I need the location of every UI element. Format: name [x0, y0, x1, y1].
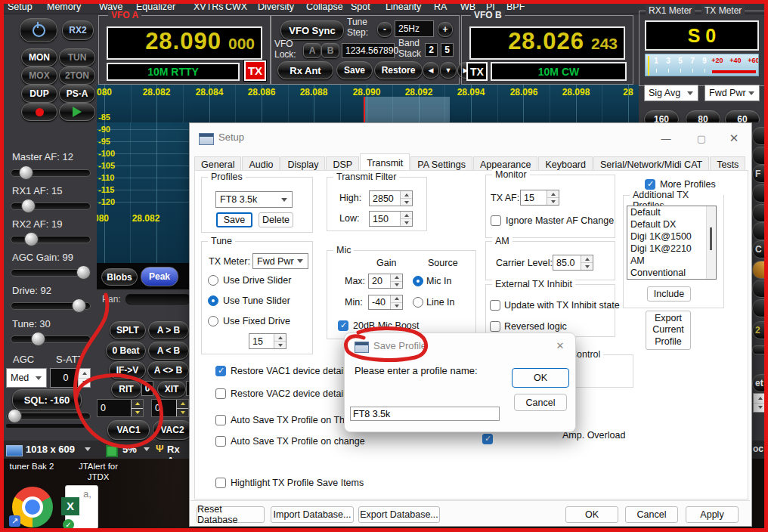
restore-vac1-device-details-fro-checkbox[interactable] — [215, 366, 226, 376]
zero-beat-button[interactable]: 0 Beat — [106, 342, 146, 360]
profile-list-item-digi-1k-2210[interactable]: Digi 1K@2210 — [627, 243, 716, 255]
mox-button[interactable]: MOX — [21, 66, 57, 85]
ignore-master-af-checkbox[interactable] — [491, 215, 501, 226]
ok-button[interactable]: OK — [565, 506, 618, 523]
tx-frequency-line[interactable] — [364, 97, 365, 122]
agc-select[interactable]: Med — [6, 368, 47, 388]
profile-select[interactable]: FT8 3.5k — [215, 191, 293, 208]
squelch-button[interactable]: SQL: -160 — [12, 389, 82, 410]
menu-item-diversity[interactable]: Diversity — [258, 2, 294, 12]
filter-low-spinner[interactable]: 150 — [369, 211, 413, 227]
vfo-nav-down-button[interactable]: ▼ — [440, 62, 457, 79]
additional-profiles-list[interactable]: DefaultDefault DXDigi 1K@1500Digi 1K@221… — [627, 206, 717, 280]
vac1-button[interactable]: VAC1 — [107, 420, 150, 440]
master-af-slider[interactable] — [11, 169, 91, 177]
a-to-b-button[interactable]: A > B — [148, 321, 189, 339]
desktop-icon-label-jtalert[interactable]: JTAlert for JTDX — [67, 461, 130, 483]
vfo-lock-a-button[interactable]: A — [303, 43, 321, 58]
menu-item-cwx[interactable]: CWX — [225, 2, 247, 12]
slider-thumb[interactable] — [24, 232, 39, 246]
ps-a-button[interactable]: PS-A — [59, 85, 95, 103]
slider-thumb[interactable] — [31, 332, 45, 346]
frequency-entry-field[interactable]: 1234.567890 — [342, 43, 395, 58]
save-profile-ok-button[interactable]: OK — [512, 368, 569, 388]
use-drive-slider-radio[interactable] — [208, 275, 218, 286]
right-strip-button-fragment[interactable] — [752, 261, 768, 279]
desktop-icon-label-tuner[interactable]: tuner Bak 2 — [0, 461, 63, 472]
right-strip-button-fragment[interactable] — [752, 299, 768, 317]
right-strip-button-fragment[interactable] — [752, 127, 768, 145]
tune-step-minus-button[interactable]: - — [377, 22, 392, 37]
tx-af-spinner[interactable]: 15 — [520, 190, 559, 206]
vfo-b-frequency-display[interactable]: 28.026 243 — [469, 26, 625, 60]
reset-database-button[interactable]: Reset Database — [197, 506, 265, 523]
export-current-profile-button[interactable]: Export Current Profile — [646, 311, 691, 350]
window-icon[interactable] — [6, 445, 23, 456]
vfo-nav-left-button[interactable]: ◀ — [423, 62, 439, 79]
vfo-sync-button[interactable]: VFO Sync — [280, 20, 344, 40]
if-to-vfo-button[interactable]: IF->V — [109, 361, 146, 379]
s-att-spinner[interactable]: 0 — [50, 368, 91, 388]
vac2-button[interactable]: VAC2 — [153, 420, 192, 440]
squelch-slider[interactable] — [6, 413, 91, 420]
right-strip-button-fragment[interactable]: C — [752, 240, 768, 258]
menu-item-setup[interactable]: Setup — [8, 2, 33, 12]
menu-item-equalizer[interactable]: Equalizer — [136, 2, 175, 12]
profile-list-item-conventional[interactable]: Conventional — [627, 267, 716, 279]
rx2-button[interactable]: RX2 — [62, 20, 94, 40]
tune-step-plus-button[interactable]: + — [438, 22, 453, 37]
mon-button[interactable]: MON — [21, 48, 57, 66]
tune-slider[interactable] — [11, 336, 91, 343]
vfo-a-frequency-display[interactable]: 28.090 000 — [107, 26, 262, 60]
tun-button[interactable]: TUN — [59, 48, 95, 66]
menu-item-memory[interactable]: Memory — [47, 2, 81, 12]
minimize-button[interactable]: — — [649, 128, 683, 149]
auto-save-tx-profile-on-thetis-checkbox[interactable] — [215, 415, 226, 425]
peak-button[interactable]: Peak — [141, 267, 178, 286]
tx-meter-mode-select[interactable]: Fwd Pwr — [705, 85, 760, 101]
power-button[interactable] — [20, 18, 57, 42]
profile-list-item-default[interactable]: Default — [627, 206, 716, 218]
apply-button[interactable]: Apply — [686, 506, 739, 523]
right-strip-button-fragment[interactable] — [752, 280, 768, 298]
hightlight-tx-profile-save-items-checkbox[interactable] — [215, 478, 226, 488]
profile-save-button[interactable]: Save — [216, 212, 252, 227]
a-swap-b-button[interactable]: A <> B — [147, 361, 189, 379]
right-strip-button-fragment[interactable] — [752, 222, 768, 240]
tune-tx-meter-select[interactable]: Fwd Pwr — [252, 253, 308, 269]
export-database-button[interactable]: Export Database... — [358, 506, 440, 523]
right-strip-button-fragment[interactable] — [752, 147, 768, 165]
profile-list-item-am[interactable]: AM — [627, 255, 716, 267]
xit-spinner[interactable]: 0 — [151, 399, 189, 417]
menu-item-spot[interactable]: Spot — [351, 2, 370, 12]
right-strip-spinner-fragment[interactable] — [753, 393, 767, 413]
split-button[interactable]: SPLT — [110, 321, 146, 339]
slider-thumb[interactable] — [76, 265, 91, 280]
right-strip-button-fragment[interactable] — [752, 184, 768, 203]
excel-file-icon[interactable]: X a, ✓ — [65, 485, 98, 529]
vfo-b-tx-button[interactable]: TX — [466, 62, 488, 81]
slider-thumb[interactable] — [19, 165, 33, 180]
mic-in-radio[interactable] — [413, 276, 423, 286]
rit-button[interactable]: RIT — [111, 381, 141, 397]
carrier-level-spinner[interactable]: 85.0 — [553, 255, 593, 271]
size-dropdown-icon[interactable] — [85, 447, 91, 451]
save-profile-cancel-button[interactable]: Cancel — [514, 394, 567, 411]
play-button[interactable] — [59, 103, 95, 121]
close-button[interactable]: ✕ — [719, 128, 749, 149]
update-with-tx-inhibit-state-checkbox[interactable] — [490, 300, 500, 311]
use-fixed-drive-radio[interactable] — [208, 316, 218, 326]
right-strip-button-fragment[interactable]: 2 — [752, 321, 768, 339]
drive-slider[interactable] — [11, 302, 91, 310]
vfo-lock-b-button[interactable]: B — [321, 43, 339, 58]
import-database-button[interactable]: Import Database... — [271, 506, 354, 523]
profile-list-item-digi-1k-1500[interactable]: Digi 1K@1500 — [627, 230, 716, 243]
save-profile-close-button[interactable]: ✕ — [550, 338, 570, 353]
blobs-button[interactable]: Blobs — [101, 268, 138, 286]
right-strip-button-fragment[interactable]: F — [752, 165, 768, 183]
agc-gain-slider[interactable] — [11, 269, 91, 277]
rit-spinner[interactable]: 0 — [97, 399, 144, 417]
use-tune-slider-radio[interactable] — [208, 295, 218, 306]
menu-item-ra[interactable]: RA — [434, 2, 447, 12]
menu-item-linearity[interactable]: Linearity — [386, 2, 421, 12]
